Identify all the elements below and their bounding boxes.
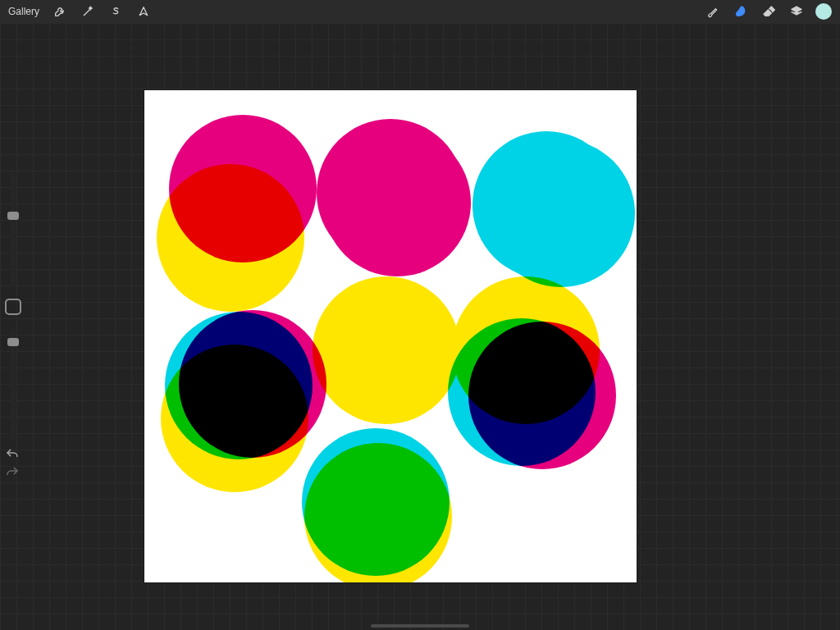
- svg-point-7: [302, 428, 450, 576]
- opacity-knob[interactable]: [7, 338, 19, 346]
- svg-point-10: [169, 115, 317, 262]
- undo-button[interactable]: [5, 447, 21, 460]
- workspace-grid[interactable]: [0, 23, 840, 630]
- home-indicator: [371, 624, 469, 628]
- svg-point-9: [487, 139, 635, 287]
- svg-point-12: [179, 310, 326, 458]
- undo-redo-group: [5, 447, 21, 478]
- brush-tool-icon[interactable]: [701, 0, 725, 23]
- brush-size-slider[interactable]: [11, 172, 16, 287]
- color-swatch[interactable]: [815, 3, 832, 20]
- top-toolbar: Gallery: [0, 0, 840, 23]
- svg-point-13: [468, 322, 616, 469]
- actions-wrench-icon[interactable]: [48, 0, 72, 23]
- selection-s-icon[interactable]: [103, 0, 128, 23]
- opacity-slider[interactable]: [11, 326, 16, 441]
- smudge-tool-icon[interactable]: [728, 0, 753, 23]
- artwork-canvas[interactable]: [144, 90, 637, 582]
- brush-size-knob[interactable]: [7, 212, 19, 220]
- svg-point-1: [313, 276, 460, 424]
- side-slider-rail: [3, 172, 23, 441]
- eraser-tool-icon[interactable]: [756, 0, 781, 23]
- redo-button[interactable]: [5, 465, 21, 478]
- gallery-button[interactable]: Gallery: [5, 6, 46, 17]
- svg-point-14: [323, 129, 471, 276]
- transform-arrow-icon[interactable]: [131, 0, 156, 23]
- adjustments-wand-icon[interactable]: [75, 0, 100, 23]
- layers-icon[interactable]: [784, 0, 809, 23]
- modify-square-button[interactable]: [5, 299, 21, 315]
